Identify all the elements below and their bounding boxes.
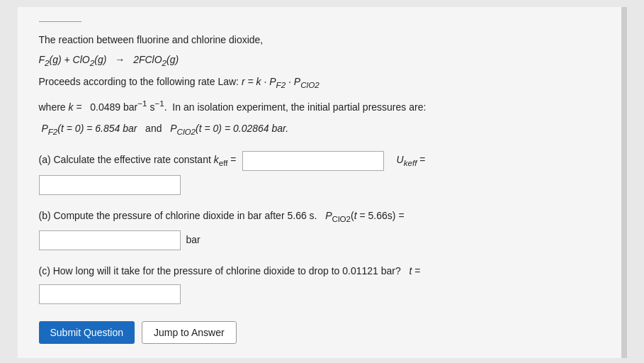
problem-text: The reaction between fluorine and chlori… xyxy=(39,32,606,344)
k-prefix: where k = 0.0489 bar−1 s−1. In an isolat… xyxy=(39,101,426,113)
u-keff-label: Ukeff = xyxy=(397,152,426,170)
scrollbar[interactable] xyxy=(621,7,627,358)
part-c-input-row xyxy=(39,284,606,304)
intro-line: The reaction between fluorine and chlori… xyxy=(39,32,606,49)
rate-law-prefix: Proceeds according to the following rate… xyxy=(39,76,242,87)
and-text: and xyxy=(140,123,170,134)
part-b-unit: bar xyxy=(186,232,200,249)
part-b-input-row: bar xyxy=(39,230,606,250)
product: 2FClO2(g) xyxy=(133,54,179,65)
part-c-input[interactable] xyxy=(39,284,181,304)
part-b-input[interactable] xyxy=(39,230,181,250)
arrow-symbol: → xyxy=(115,54,125,65)
f2: F2(g) + ClO2(g) xyxy=(39,54,107,65)
button-row: Submit Question Jump to Answer xyxy=(39,321,606,344)
pressure-line: PF2(t = 0) = 6.854 bar and PClO2(t = 0) … xyxy=(39,121,606,139)
part-a-label: (a) Calculate the effective rate constan… xyxy=(39,152,237,170)
rate-law-eq: r = k · PF2 · PClO2 xyxy=(242,76,320,87)
rate-law-line: Proceeds according to the following rate… xyxy=(39,74,606,92)
pf2-val: PF2(t = 0) = 6.854 bar xyxy=(41,123,137,134)
divider xyxy=(39,21,81,22)
part-a-ukeff-input[interactable] xyxy=(39,175,181,195)
pclo2-val: PClO2(t = 0) = 0.02864 bar. xyxy=(170,123,288,134)
submit-button[interactable]: Submit Question xyxy=(39,321,135,344)
jump-to-answer-button[interactable]: Jump to Answer xyxy=(142,321,237,344)
part-a-keff-input[interactable] xyxy=(242,151,384,171)
part-b-section: (b) Compute the pressure of chlorine dio… xyxy=(39,208,606,250)
part-b-label: (b) Compute the pressure of chlorine dio… xyxy=(39,208,606,226)
k-line: where k = 0.0489 bar−1 s−1. In an isolat… xyxy=(39,96,606,116)
reaction-line: F2(g) + ClO2(g) → 2FClO2(g) xyxy=(39,52,606,70)
main-container: The reaction between fluorine and chlori… xyxy=(18,7,627,358)
intro-text: The reaction between fluorine and chlori… xyxy=(39,34,264,45)
part-c-section: (c) How long will it take for the pressu… xyxy=(39,263,606,304)
part-c-label: (c) How long will it take for the pressu… xyxy=(39,263,606,280)
part-a-section: (a) Calculate the effective rate constan… xyxy=(39,151,606,195)
part-a-row: (a) Calculate the effective rate constan… xyxy=(39,151,606,171)
